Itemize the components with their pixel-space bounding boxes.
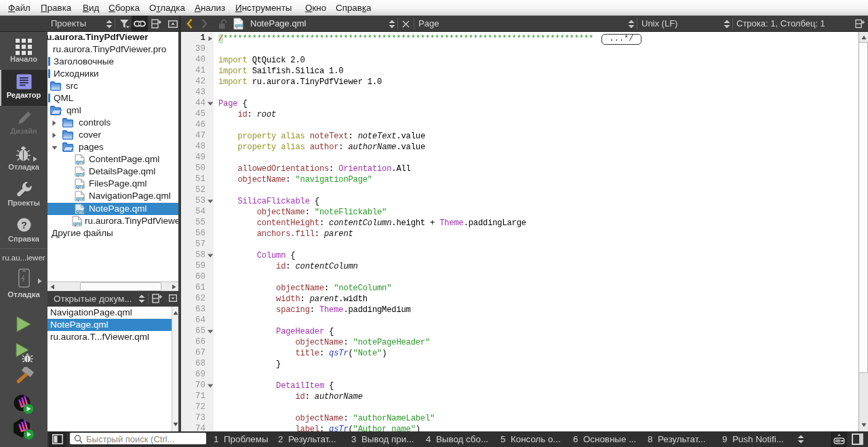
svg-text:qml: qml bbox=[76, 184, 85, 189]
svg-text:qml: qml bbox=[235, 23, 243, 28]
svg-text:qml: qml bbox=[76, 159, 85, 165]
svg-text:?: ? bbox=[21, 220, 27, 231]
svg-text:qml: qml bbox=[76, 172, 85, 177]
svg-text:qml: qml bbox=[73, 221, 82, 227]
svg-text:qml: qml bbox=[76, 196, 85, 201]
svg-text:qml: qml bbox=[76, 209, 85, 214]
